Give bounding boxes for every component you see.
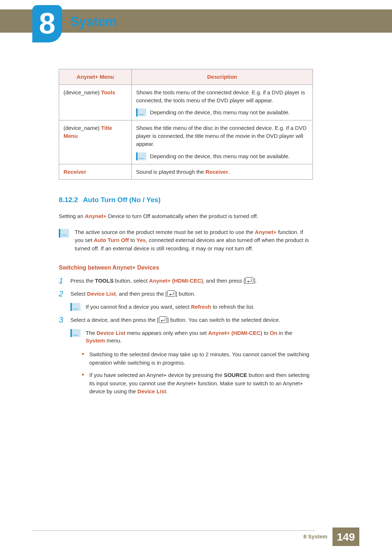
row-desc-highlight: Receiver <box>205 169 228 175</box>
row-note: Depending on the device, this menu may n… <box>150 152 290 160</box>
row-desc: . <box>228 169 230 175</box>
section-heading: 8.12.2Auto Turn Off (No / Yes) <box>59 195 313 205</box>
anynet-menu-table: Anynet+ Menu Description (device_name) T… <box>59 69 313 180</box>
note-icon <box>136 108 146 116</box>
col-header-desc: Description <box>132 69 313 85</box>
subsection-heading: Switching between Anynet+ Devices <box>59 263 313 272</box>
footer: 8 System 149 <box>303 528 359 546</box>
row-label-highlight: Receiver <box>64 169 86 175</box>
row-desc: Shows the tools menu of the connected de… <box>136 89 308 104</box>
step-number: 2 <box>59 290 65 298</box>
list-item: 1 Press the TOOLS button, select Anynet+… <box>59 277 313 285</box>
row-desc: Shows the title menu of the disc in the … <box>136 124 308 148</box>
row-desc: Sound is played through the <box>136 169 205 175</box>
col-header-menu: Anynet+ Menu <box>59 69 132 85</box>
steps-list: 1 Press the TOOLS button, select Anynet+… <box>59 277 313 396</box>
table-row: Receiver Sound is played through the Rec… <box>59 164 313 180</box>
enter-button-icon <box>159 316 167 323</box>
table-row: (device_name) Title Menu Shows the title… <box>59 120 313 164</box>
page-number: 149 <box>332 528 359 546</box>
row-label-prefix: (device_name) <box>64 125 101 131</box>
table-row: (device_name) Tools Shows the tools menu… <box>59 85 313 120</box>
list-item: 2 Select Device List, and then press the… <box>59 290 313 311</box>
chapter-number-badge: 8 <box>32 5 62 42</box>
list-item: 3 Select a device, and then press the []… <box>59 316 313 396</box>
list-item: If you have selected an Anynet+ device b… <box>81 371 313 396</box>
enter-button-icon <box>167 290 175 297</box>
section-title: Auto Turn Off (No / Yes) <box>83 196 161 204</box>
enter-button-icon <box>245 277 253 284</box>
chapter-title: System <box>70 12 117 31</box>
step-number: 1 <box>59 277 65 285</box>
section-note: The active source on the product remote … <box>59 228 313 253</box>
note-icon <box>70 303 81 311</box>
section-number: 8.12.2 <box>59 196 78 204</box>
footer-breadcrumb: 8 System <box>303 533 327 541</box>
row-note: Depending on the device, this menu may n… <box>150 108 290 116</box>
list-item: Switching to the selected device may tak… <box>81 350 313 367</box>
row-label-prefix: (device_name) <box>64 89 101 95</box>
table-header-row: Anynet+ Menu Description <box>59 69 313 85</box>
chapter-number: 8 <box>39 8 56 38</box>
note-icon <box>136 152 146 160</box>
row-label-highlight: Tools <box>101 89 115 95</box>
note-icon <box>70 329 81 337</box>
footer-rule <box>32 530 315 531</box>
note-icon <box>59 229 69 238</box>
section-intro: Setting an Anynet+ Device to turn Off au… <box>59 212 313 220</box>
step-number: 3 <box>59 316 65 324</box>
